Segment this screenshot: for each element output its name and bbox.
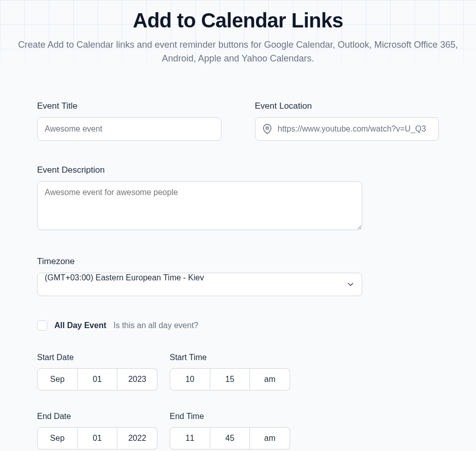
all-day-checkbox[interactable] [37,320,47,331]
page-header: Add to Calendar Links Create Add to Cale… [0,0,476,71]
start-date-month[interactable]: Sep [37,368,78,391]
end-time-picker: 11 45 am [170,427,290,449]
start-date-picker: Sep 01 2023 [37,368,157,391]
event-title-input[interactable] [37,117,221,141]
event-title-label: Event Title [37,101,221,111]
start-time-hour[interactable]: 10 [170,368,210,391]
start-time-label: Start Time [170,353,290,362]
location-pin-icon [262,124,272,134]
start-date-label: Start Date [37,353,157,362]
event-location-label: Event Location [255,101,439,111]
timezone-label: Timezone [37,256,439,267]
start-date-year[interactable]: 2023 [117,368,157,391]
event-description-label: Event Description [37,165,439,175]
page-title: Add to Calendar Links [0,9,476,32]
start-time-ampm[interactable]: am [250,368,290,391]
end-date-day[interactable]: 01 [78,427,118,449]
end-date-label: End Date [37,412,157,421]
event-location-input[interactable] [255,117,439,141]
all-day-label: All Day Event [54,321,106,330]
end-date-month[interactable]: Sep [37,427,78,449]
event-form: Event Title Event Location Event Descrip… [0,71,476,451]
end-date-year[interactable]: 2022 [117,427,157,449]
start-time-minute[interactable]: 15 [210,368,250,391]
all-day-hint: Is this an all day event? [113,321,198,330]
end-time-hour[interactable]: 11 [170,427,210,449]
start-time-picker: 10 15 am [170,368,290,391]
end-time-ampm[interactable]: am [250,427,290,449]
svg-point-0 [266,127,268,130]
end-time-label: End Time [170,412,290,421]
timezone-select[interactable]: (GMT+03:00) Eastern European Time - Kiev [37,273,362,296]
end-time-minute[interactable]: 45 [210,427,250,449]
start-date-day[interactable]: 01 [78,368,118,391]
event-description-input[interactable] [37,181,362,230]
end-date-picker: Sep 01 2022 [37,427,157,449]
page-subtitle: Create Add to Calendar links and event r… [0,38,476,66]
